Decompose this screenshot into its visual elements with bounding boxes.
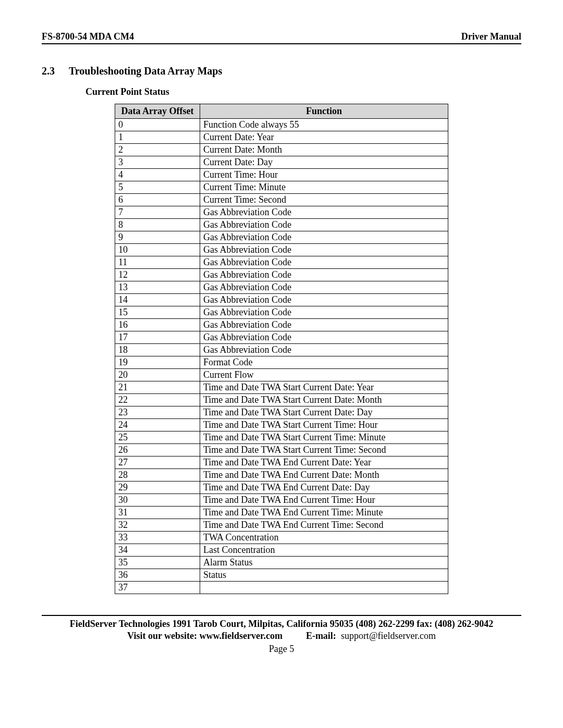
cell-function: Gas Abbreviation Code	[200, 344, 448, 356]
cell-function: Gas Abbreviation Code	[200, 294, 448, 306]
table-row: 10Gas Abbreviation Code	[115, 244, 448, 256]
table-row: 2Current Date: Month	[115, 144, 448, 156]
cell-function: Format Code	[200, 356, 448, 369]
cell-function: Current Time: Minute	[200, 181, 448, 194]
document-page: FS-8700-54 MDA CM4 Driver Manual 2.3 Tro…	[0, 0, 563, 670]
cell-offset: 26	[115, 444, 200, 456]
cell-function: Last Concentration	[200, 544, 448, 557]
cell-offset: 0	[115, 119, 200, 131]
section-title: Troubleshooting Data Array Maps	[69, 65, 222, 77]
cell-function: Time and Date TWA End Current Date: Mont…	[200, 469, 448, 482]
cell-offset: 30	[115, 494, 200, 507]
cell-function: Current Date: Month	[200, 144, 448, 156]
cell-offset: 8	[115, 219, 200, 231]
table-row: 12Gas Abbreviation Code	[115, 269, 448, 281]
header-right: Driver Manual	[461, 31, 521, 42]
cell-function: Gas Abbreviation Code	[200, 206, 448, 219]
table-row: 28Time and Date TWA End Current Date: Mo…	[115, 469, 448, 482]
cell-function: Time and Date TWA End Current Date: Day	[200, 482, 448, 494]
cell-offset: 9	[115, 231, 200, 244]
cell-offset: 22	[115, 394, 200, 406]
cell-offset: 12	[115, 269, 200, 281]
footer-separator	[42, 615, 521, 616]
cell-function: Time and Date TWA Start Current Date: Da…	[200, 406, 448, 419]
table-row: 0Function Code always 55	[115, 119, 448, 131]
cell-function: Alarm Status	[200, 557, 448, 569]
cell-function: Gas Abbreviation Code	[200, 281, 448, 294]
cell-function: Time and Date TWA End Current Time: Minu…	[200, 507, 448, 519]
cell-function: Time and Date TWA End Current Time: Seco…	[200, 519, 448, 532]
cell-function: Time and Date TWA Start Current Time: Se…	[200, 444, 448, 456]
cell-function: Time and Date TWA Start Current Time: Ho…	[200, 419, 448, 431]
cell-function: Gas Abbreviation Code	[200, 331, 448, 344]
cell-offset: 16	[115, 319, 200, 331]
cell-function: Status	[200, 569, 448, 582]
table-header-function: Function	[200, 104, 448, 119]
cell-offset: 27	[115, 456, 200, 469]
table-row: 35Alarm Status	[115, 557, 448, 569]
table-row: 3Current Date: Day	[115, 156, 448, 169]
cell-offset: 18	[115, 344, 200, 356]
cell-function: Gas Abbreviation Code	[200, 269, 448, 281]
header-left: FS-8700-54 MDA CM4	[42, 31, 134, 42]
cell-offset: 13	[115, 281, 200, 294]
table-row: 15Gas Abbreviation Code	[115, 306, 448, 319]
cell-offset: 29	[115, 482, 200, 494]
table-row: 16Gas Abbreviation Code	[115, 319, 448, 331]
cell-offset: 1	[115, 131, 200, 144]
table-row: 11Gas Abbreviation Code	[115, 256, 448, 269]
table-row: 27Time and Date TWA End Current Date: Ye…	[115, 456, 448, 469]
section-subtitle: Current Point Status	[85, 87, 521, 97]
page-footer: FieldServer Technologies 1991 Tarob Cour…	[42, 618, 521, 643]
cell-offset: 35	[115, 557, 200, 569]
data-array-table: Data Array Offset Function 0Function Cod…	[115, 104, 448, 594]
footer-email: support@fieldserver.com	[341, 631, 436, 641]
table-header-offset: Data Array Offset	[115, 104, 200, 119]
cell-offset: 10	[115, 244, 200, 256]
footer-contact-line: Visit our website: www.fieldserver.com E…	[42, 630, 521, 642]
cell-function: Function Code always 55	[200, 119, 448, 131]
cell-function: Current Flow	[200, 369, 448, 381]
table-row: 5Current Time: Minute	[115, 181, 448, 194]
table-row: 33TWA Concentration	[115, 532, 448, 544]
cell-function: Gas Abbreviation Code	[200, 219, 448, 231]
cell-offset: 28	[115, 469, 200, 482]
cell-offset: 5	[115, 181, 200, 194]
cell-offset: 36	[115, 569, 200, 582]
cell-offset: 14	[115, 294, 200, 306]
table-row: 9Gas Abbreviation Code	[115, 231, 448, 244]
cell-function: Gas Abbreviation Code	[200, 306, 448, 319]
table-row: 29Time and Date TWA End Current Date: Da…	[115, 482, 448, 494]
table-row: 37	[115, 582, 448, 594]
table-row: 34Last Concentration	[115, 544, 448, 557]
cell-function: Time and Date TWA Start Current Date: Mo…	[200, 394, 448, 406]
cell-function: Gas Abbreviation Code	[200, 256, 448, 269]
table-row: 23Time and Date TWA Start Current Date: …	[115, 406, 448, 419]
footer-website-label: Visit our website:	[127, 631, 200, 641]
footer-email-label: E-mail:	[306, 631, 336, 641]
cell-offset: 21	[115, 381, 200, 394]
cell-offset: 20	[115, 369, 200, 381]
cell-offset: 23	[115, 406, 200, 419]
cell-function: Time and Date TWA Start Current Time: Mi…	[200, 431, 448, 444]
table-row: 25Time and Date TWA Start Current Time: …	[115, 431, 448, 444]
section-heading: 2.3 Troubleshooting Data Array Maps	[42, 65, 521, 77]
cell-offset: 2	[115, 144, 200, 156]
cell-offset: 15	[115, 306, 200, 319]
table-row: 22Time and Date TWA Start Current Date: …	[115, 394, 448, 406]
cell-function: Gas Abbreviation Code	[200, 244, 448, 256]
cell-offset: 17	[115, 331, 200, 344]
table-row: 8Gas Abbreviation Code	[115, 219, 448, 231]
cell-offset: 4	[115, 169, 200, 181]
table-row: 26Time and Date TWA Start Current Time: …	[115, 444, 448, 456]
table-row: 13Gas Abbreviation Code	[115, 281, 448, 294]
table-row: 17Gas Abbreviation Code	[115, 331, 448, 344]
cell-offset: 31	[115, 507, 200, 519]
table-row: 30Time and Date TWA End Current Time: Ho…	[115, 494, 448, 507]
table-row: 18Gas Abbreviation Code	[115, 344, 448, 356]
table-row: 32Time and Date TWA End Current Time: Se…	[115, 519, 448, 532]
table-row: 19Format Code	[115, 356, 448, 369]
table-row: 4Current Time: Hour	[115, 169, 448, 181]
cell-function: Current Date: Year	[200, 131, 448, 144]
table-row: 1Current Date: Year	[115, 131, 448, 144]
